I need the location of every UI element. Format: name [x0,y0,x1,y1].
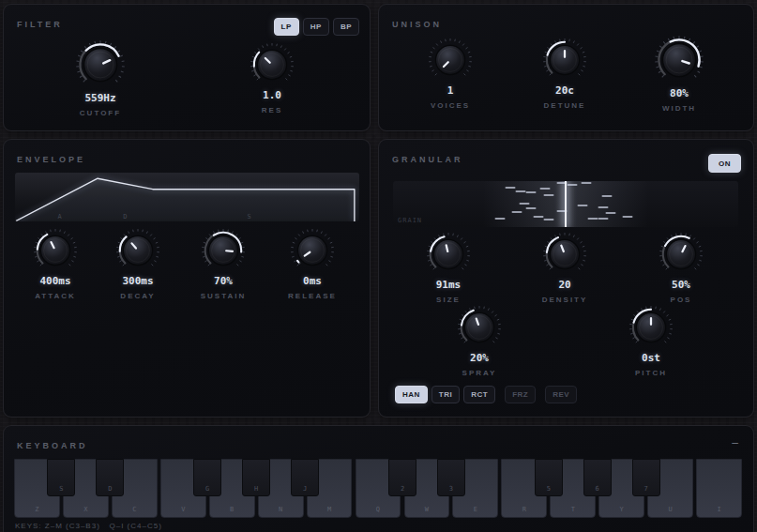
filter-mode-button-hp[interactable]: HP [303,18,329,36]
key-label: G [194,485,220,493]
knob-dial[interactable] [542,38,587,83]
black-key-6[interactable]: 6 [583,459,612,496]
knob-pitch[interactable]: 0stPITCH [609,305,693,377]
black-key-d[interactable]: D [96,459,124,496]
pos-value: 50% [639,279,723,291]
key-label: 5 [536,485,562,493]
envelope-display: ADS [15,173,359,221]
sustain-value: 70% [181,275,265,287]
knob-dial[interactable] [426,232,471,277]
knob-dial[interactable] [250,42,295,87]
unison-panel: UNISON 1VOICES 20cDETUNE 80%WIDTH [378,4,754,131]
knob-dial[interactable] [75,39,126,90]
knob-dial[interactable] [654,35,704,85]
knob-dial[interactable] [659,232,704,277]
knob-dial[interactable] [33,228,78,273]
grain [516,190,526,192]
knob-dial[interactable] [201,228,246,273]
width-value: 80% [637,87,721,99]
black-key-5[interactable]: 5 [535,459,563,496]
keyboard-title: KEYBOARD [17,441,88,450]
black-key-g[interactable]: G [193,459,221,496]
grain [605,212,615,214]
grain [543,219,553,220]
grain-playhead [565,181,567,227]
knob-dial[interactable] [428,38,473,83]
knob-release[interactable]: 0msRELEASE [270,228,355,300]
detune-value: 20c [522,84,607,97]
knob-attack[interactable]: 400msATTACK [13,228,98,300]
knob-density[interactable]: 20DENSITY [522,232,607,304]
knob-pos[interactable]: 50%POS [639,232,723,304]
key-label: I [697,506,741,513]
black-key-3[interactable]: 3 [437,459,465,496]
window-button-rct[interactable]: RCT [463,386,495,403]
filter-mode-buttons: LPHPBP [274,18,359,36]
filter-mode-button-bp[interactable]: BP [333,18,359,36]
sustain-label: SUSTAIN [181,292,265,300]
envelope-stage-label-d: D [123,213,127,220]
knob-detune[interactable]: 20cDETUNE [522,38,607,110]
black-key-s[interactable]: S [47,459,75,496]
key-label: M [308,506,352,513]
key-label: C [113,506,157,513]
size-label: SIZE [406,296,491,304]
key-label: V [161,506,205,513]
grain [519,203,529,205]
cutoff-label: CUTOFF [58,109,143,117]
knob-cutoff[interactable]: 559HzCUTOFF [58,39,143,117]
window-button-frz[interactable]: FRZ [505,386,536,403]
width-label: WIDTH [637,104,721,113]
knob-decay[interactable]: 300msDECAY [96,228,180,300]
knob-dial[interactable] [628,305,674,350]
grain [568,184,578,186]
knob-dial[interactable] [115,228,160,273]
cutoff-value: 559Hz [58,92,143,104]
decay-value: 300ms [96,275,180,287]
filter-panel: FILTER LPHPBP 559HzCUTOFF 1.0RES [3,4,371,131]
knob-voices[interactable]: 1VOICES [408,38,492,110]
black-key-h[interactable]: H [242,459,270,496]
envelope-title: ENVELOPE [17,155,85,164]
grain [526,207,537,209]
res-label: RES [230,106,314,114]
grain [598,206,609,208]
key-label: E [453,506,497,513]
window-button-rev[interactable]: REV [545,386,577,403]
black-key-j[interactable]: J [291,459,319,496]
key-label: 3 [438,485,464,493]
granular-panel: GRANULAR ON GRAIN HANTRIRCTFRZREV 91msSI… [378,139,754,418]
release-value: 0ms [270,275,355,287]
attack-value: 400ms [13,275,98,287]
window-button-han[interactable]: HAN [395,386,428,403]
granular-on-button[interactable]: ON [708,154,741,173]
knob-dial[interactable] [542,232,587,277]
res-value: 1.0 [230,89,314,101]
knob-spray[interactable]: 20%SPRAY [437,305,522,377]
key-label: 7 [633,485,659,493]
envelope-curve [15,173,359,221]
knob-res[interactable]: 1.0RES [230,42,314,114]
key-label: T [551,506,595,513]
knob-width[interactable]: 80%WIDTH [637,35,721,113]
knob-sustain[interactable]: 70%SUSTAIN [181,228,265,300]
keyboard-panel: KEYBOARD – ZXCVBNMQWERTYUISDGHJ23567 KEY… [3,425,754,532]
knob-dial[interactable] [457,305,502,350]
window-button-tri[interactable]: TRI [431,386,460,403]
density-value: 20 [522,279,607,291]
key-label: X [64,506,108,513]
key-label: W [405,506,449,513]
filter-mode-button-lp[interactable]: LP [274,18,299,36]
white-key-i[interactable]: I [696,459,742,518]
black-key-2[interactable]: 2 [388,459,416,496]
knob-size[interactable]: 91msSIZE [406,232,491,304]
keyboard-collapse-icon[interactable]: – [732,437,738,448]
decay-label: DECAY [96,292,180,300]
knob-dial[interactable] [290,228,335,273]
voices-label: VOICES [408,101,492,110]
piano-keys: ZXCVBNMQWERTYUISDGHJ23567 [14,459,745,518]
black-key-7[interactable]: 7 [632,459,660,496]
grain [582,182,592,184]
key-label: Q [356,506,401,513]
grain-display: GRAIN [393,181,738,227]
